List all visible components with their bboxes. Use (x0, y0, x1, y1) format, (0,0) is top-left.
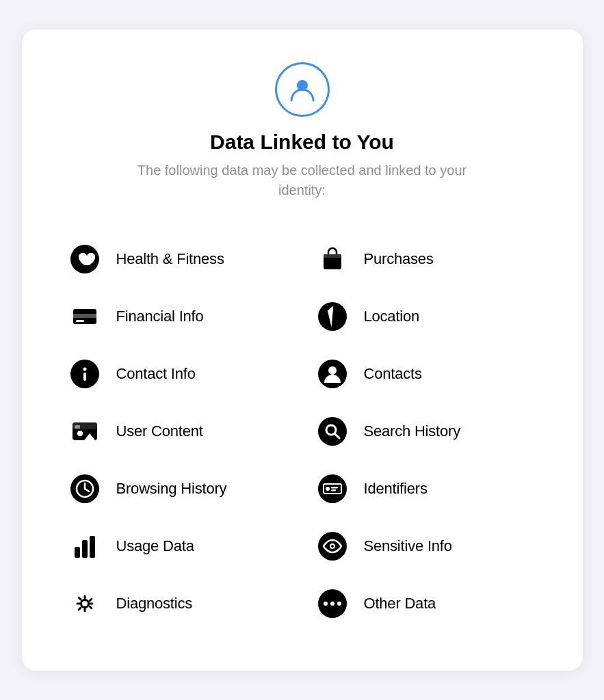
svg-rect-5 (73, 314, 96, 318)
page-subtitle: The following data may be collected and … (118, 161, 487, 200)
search-circle-icon (316, 415, 349, 448)
svg-rect-31 (82, 540, 88, 558)
creditcard-icon (68, 300, 101, 333)
item-label-contact-info: Contact Info (116, 365, 196, 383)
svg-point-39 (330, 602, 334, 606)
item-label-sensitive-info: Sensitive Info (364, 537, 452, 555)
data-item-usage-data: Usage Data (55, 517, 302, 575)
page-title: Data Linked to You (210, 131, 394, 154)
info-circle-icon (68, 358, 101, 390)
avatar-icon (275, 62, 330, 117)
gear-icon (68, 587, 101, 620)
svg-rect-28 (331, 487, 338, 489)
item-label-location: Location (364, 308, 420, 325)
item-label-financial-info: Financial Info (116, 308, 204, 325)
svg-rect-17 (75, 425, 80, 429)
item-label-diagnostics: Diagnostics (116, 595, 193, 612)
item-label-contacts: Contacts (364, 365, 422, 383)
item-label-purchases: Purchases (364, 250, 434, 268)
svg-rect-11 (83, 373, 86, 381)
svg-point-16 (77, 431, 83, 436)
id-card-icon (316, 472, 349, 505)
location-icon (316, 300, 349, 333)
item-label-health-fitness: Health & Fitness (116, 250, 224, 268)
main-card: Data Linked to You The following data ma… (22, 29, 583, 671)
svg-point-25 (318, 474, 347, 503)
data-item-health-fitness: Health & Fitness (55, 230, 302, 288)
data-item-contact-info: Contact Info (55, 345, 302, 403)
svg-point-35 (331, 545, 334, 548)
svg-point-40 (337, 602, 341, 606)
item-label-other-data: Other Data (364, 595, 436, 612)
svg-point-38 (324, 602, 328, 606)
data-item-location: Location (302, 288, 550, 345)
svg-rect-6 (76, 320, 84, 322)
svg-rect-32 (90, 536, 95, 558)
data-item-search-history: Search History (302, 403, 550, 460)
dots-circle-icon (316, 587, 349, 620)
data-item-identifiers: Identifiers (302, 460, 550, 517)
photo-icon (68, 415, 101, 448)
data-item-financial-info: Financial Info (55, 288, 302, 345)
item-label-usage-data: Usage Data (116, 537, 194, 555)
svg-rect-29 (331, 489, 336, 492)
item-label-user-content: User Content (116, 422, 203, 440)
item-label-search-history: Search History (364, 422, 460, 440)
svg-point-36 (82, 601, 88, 606)
data-item-browsing-history: Browsing History (55, 460, 302, 517)
bag-icon (316, 243, 349, 275)
svg-rect-3 (324, 254, 341, 258)
svg-point-18 (318, 417, 347, 446)
data-item-purchases: Purchases (302, 230, 550, 288)
data-item-diagnostics: Diagnostics (55, 575, 302, 632)
data-item-sensitive-info: Sensitive Info (302, 517, 550, 575)
clock-circle-icon (68, 472, 101, 505)
svg-point-10 (83, 368, 86, 371)
svg-rect-30 (75, 547, 80, 558)
data-item-other-data: Other Data (302, 575, 550, 632)
data-items-grid: Health & Fitness Purchases Financial Inf… (55, 230, 550, 632)
svg-point-13 (328, 366, 337, 375)
page-header: Data Linked to You The following data ma… (55, 62, 550, 200)
person-circle-icon (316, 358, 349, 390)
item-label-identifiers: Identifiers (364, 480, 428, 498)
data-item-user-content: User Content (55, 403, 302, 460)
heart-icon (68, 243, 101, 275)
item-label-browsing-history: Browsing History (116, 480, 227, 498)
eye-circle-icon (316, 530, 349, 563)
svg-point-27 (326, 487, 330, 491)
bar-chart-icon (68, 530, 101, 563)
data-item-contacts: Contacts (302, 345, 550, 403)
